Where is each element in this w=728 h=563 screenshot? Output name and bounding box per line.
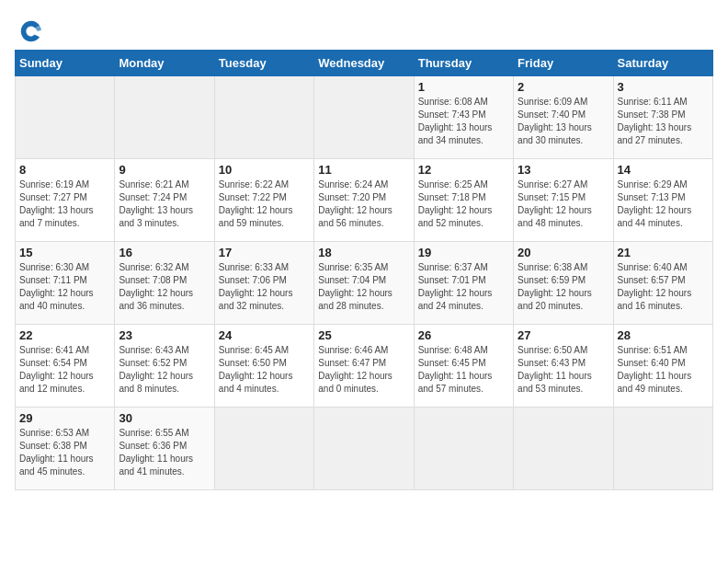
calendar-day-cell: 12 Sunrise: 6:25 AMSunset: 7:18 PMDaylig… <box>414 159 513 242</box>
weekday-header-cell: Friday <box>514 51 613 76</box>
day-info: Sunrise: 6:24 AMSunset: 7:20 PMDaylight:… <box>318 179 392 228</box>
day-number: 30 <box>119 411 210 425</box>
day-info: Sunrise: 6:43 AMSunset: 6:52 PMDaylight:… <box>119 345 193 394</box>
day-info: Sunrise: 6:48 AMSunset: 6:45 PMDaylight:… <box>418 345 493 394</box>
calendar-day-cell <box>214 408 313 490</box>
calendar-day-cell <box>514 408 613 490</box>
calendar-day-cell: 29 Sunrise: 6:53 AMSunset: 6:38 PMDaylig… <box>16 408 115 490</box>
day-number: 23 <box>119 328 210 342</box>
calendar-day-cell: 30 Sunrise: 6:55 AMSunset: 6:36 PMDaylig… <box>115 408 214 490</box>
day-info: Sunrise: 6:25 AMSunset: 7:18 PMDaylight:… <box>418 179 493 228</box>
day-info: Sunrise: 6:29 AMSunset: 7:13 PMDaylight:… <box>618 179 692 228</box>
calendar-day-cell <box>414 408 513 490</box>
calendar-day-cell: 26 Sunrise: 6:48 AMSunset: 6:45 PMDaylig… <box>414 325 513 408</box>
calendar-day-cell <box>214 76 313 159</box>
day-number: 11 <box>318 163 409 177</box>
calendar-day-cell: 20 Sunrise: 6:38 AMSunset: 6:59 PMDaylig… <box>514 242 613 325</box>
calendar-day-cell <box>314 76 414 159</box>
calendar-day-cell: 23 Sunrise: 6:43 AMSunset: 6:52 PMDaylig… <box>115 325 214 408</box>
calendar-day-cell: 16 Sunrise: 6:32 AMSunset: 7:08 PMDaylig… <box>115 242 214 325</box>
day-number: 15 <box>19 246 110 259</box>
weekday-header-cell: Saturday <box>613 51 712 76</box>
calendar-day-cell: 11 Sunrise: 6:24 AMSunset: 7:20 PMDaylig… <box>314 159 414 242</box>
header <box>15 15 713 44</box>
day-info: Sunrise: 6:08 AMSunset: 7:43 PMDaylight:… <box>418 97 493 145</box>
calendar-day-cell: 25 Sunrise: 6:46 AMSunset: 6:47 PMDaylig… <box>314 325 414 408</box>
day-info: Sunrise: 6:46 AMSunset: 6:47 PMDaylight:… <box>318 345 392 394</box>
day-info: Sunrise: 6:30 AMSunset: 7:11 PMDaylight:… <box>19 262 94 311</box>
day-number: 12 <box>418 163 509 177</box>
day-info: Sunrise: 6:38 AMSunset: 6:59 PMDaylight:… <box>518 262 592 311</box>
weekday-header-cell: Sunday <box>16 51 115 76</box>
calendar-week-row: 15 Sunrise: 6:30 AMSunset: 7:11 PMDaylig… <box>16 242 713 325</box>
calendar-day-cell: 1 Sunrise: 6:08 AMSunset: 7:43 PMDayligh… <box>414 76 513 159</box>
day-info: Sunrise: 6:55 AMSunset: 6:36 PMDaylight:… <box>119 428 193 477</box>
day-number: 9 <box>119 163 210 177</box>
day-number: 2 <box>518 80 609 94</box>
day-info: Sunrise: 6:27 AMSunset: 7:15 PMDaylight:… <box>518 179 592 228</box>
calendar-day-cell <box>314 408 414 490</box>
day-number: 26 <box>418 328 509 342</box>
day-info: Sunrise: 6:33 AMSunset: 7:06 PMDaylight:… <box>219 262 293 311</box>
day-info: Sunrise: 6:21 AMSunset: 7:24 PMDaylight:… <box>119 179 193 228</box>
day-info: Sunrise: 6:11 AMSunset: 7:38 PMDaylight:… <box>618 97 692 145</box>
day-number: 13 <box>518 163 609 177</box>
day-info: Sunrise: 6:50 AMSunset: 6:43 PMDaylight:… <box>518 345 592 394</box>
day-number: 28 <box>618 328 709 342</box>
day-number: 3 <box>618 80 709 94</box>
day-number: 10 <box>219 163 310 177</box>
day-info: Sunrise: 6:40 AMSunset: 6:57 PMDaylight:… <box>618 262 692 311</box>
day-number: 20 <box>518 246 609 259</box>
calendar-day-cell: 17 Sunrise: 6:33 AMSunset: 7:06 PMDaylig… <box>214 242 313 325</box>
day-info: Sunrise: 6:09 AMSunset: 7:40 PMDaylight:… <box>518 97 592 145</box>
calendar-day-cell: 28 Sunrise: 6:51 AMSunset: 6:40 PMDaylig… <box>613 325 712 408</box>
day-number: 27 <box>518 328 609 342</box>
calendar-table: SundayMondayTuesdayWednesdayThursdayFrid… <box>15 50 713 490</box>
day-number: 22 <box>19 328 110 342</box>
calendar-day-cell <box>115 76 214 159</box>
day-number: 29 <box>19 411 110 425</box>
day-info: Sunrise: 6:45 AMSunset: 6:50 PMDaylight:… <box>219 345 293 394</box>
day-number: 1 <box>418 80 509 94</box>
calendar-day-cell: 8 Sunrise: 6:19 AMSunset: 7:27 PMDayligh… <box>16 159 115 242</box>
calendar-week-row: 1 Sunrise: 6:08 AMSunset: 7:43 PMDayligh… <box>16 76 713 159</box>
day-number: 25 <box>318 328 409 342</box>
weekday-header-cell: Wednesday <box>314 51 414 76</box>
calendar-day-cell: 2 Sunrise: 6:09 AMSunset: 7:40 PMDayligh… <box>514 76 613 159</box>
calendar-day-cell: 14 Sunrise: 6:29 AMSunset: 7:13 PMDaylig… <box>613 159 712 242</box>
logo-icon <box>18 18 44 44</box>
day-number: 8 <box>19 163 110 177</box>
day-info: Sunrise: 6:53 AMSunset: 6:38 PMDaylight:… <box>19 428 94 477</box>
calendar-day-cell: 13 Sunrise: 6:27 AMSunset: 7:15 PMDaylig… <box>514 159 613 242</box>
calendar-day-cell <box>16 76 115 159</box>
weekday-header-cell: Tuesday <box>214 51 313 76</box>
calendar-day-cell: 19 Sunrise: 6:37 AMSunset: 7:01 PMDaylig… <box>414 242 513 325</box>
calendar-day-cell: 15 Sunrise: 6:30 AMSunset: 7:11 PMDaylig… <box>16 242 115 325</box>
day-number: 14 <box>618 163 709 177</box>
calendar-day-cell: 3 Sunrise: 6:11 AMSunset: 7:38 PMDayligh… <box>613 76 712 159</box>
calendar-day-cell: 10 Sunrise: 6:22 AMSunset: 7:22 PMDaylig… <box>214 159 313 242</box>
calendar-day-cell: 24 Sunrise: 6:45 AMSunset: 6:50 PMDaylig… <box>214 325 313 408</box>
calendar-day-cell: 9 Sunrise: 6:21 AMSunset: 7:24 PMDayligh… <box>115 159 214 242</box>
day-info: Sunrise: 6:51 AMSunset: 6:40 PMDaylight:… <box>618 345 692 394</box>
day-number: 16 <box>119 246 210 259</box>
weekday-header-cell: Thursday <box>414 51 513 76</box>
logo <box>15 18 44 44</box>
weekday-header-cell: Monday <box>115 51 214 76</box>
day-number: 17 <box>219 246 310 259</box>
weekday-header-row: SundayMondayTuesdayWednesdayThursdayFrid… <box>16 51 713 76</box>
day-info: Sunrise: 6:22 AMSunset: 7:22 PMDaylight:… <box>219 179 293 228</box>
calendar-week-row: 22 Sunrise: 6:41 AMSunset: 6:54 PMDaylig… <box>16 325 713 408</box>
calendar-day-cell: 22 Sunrise: 6:41 AMSunset: 6:54 PMDaylig… <box>16 325 115 408</box>
calendar-day-cell: 27 Sunrise: 6:50 AMSunset: 6:43 PMDaylig… <box>514 325 613 408</box>
day-info: Sunrise: 6:19 AMSunset: 7:27 PMDaylight:… <box>19 179 94 228</box>
day-info: Sunrise: 6:37 AMSunset: 7:01 PMDaylight:… <box>418 262 493 311</box>
day-info: Sunrise: 6:32 AMSunset: 7:08 PMDaylight:… <box>119 262 193 311</box>
day-info: Sunrise: 6:35 AMSunset: 7:04 PMDaylight:… <box>318 262 392 311</box>
calendar-body: 1 Sunrise: 6:08 AMSunset: 7:43 PMDayligh… <box>16 76 713 490</box>
day-number: 18 <box>318 246 409 259</box>
calendar-day-cell: 18 Sunrise: 6:35 AMSunset: 7:04 PMDaylig… <box>314 242 414 325</box>
day-number: 24 <box>219 328 310 342</box>
day-number: 21 <box>618 246 709 259</box>
calendar-week-row: 29 Sunrise: 6:53 AMSunset: 6:38 PMDaylig… <box>16 408 713 490</box>
